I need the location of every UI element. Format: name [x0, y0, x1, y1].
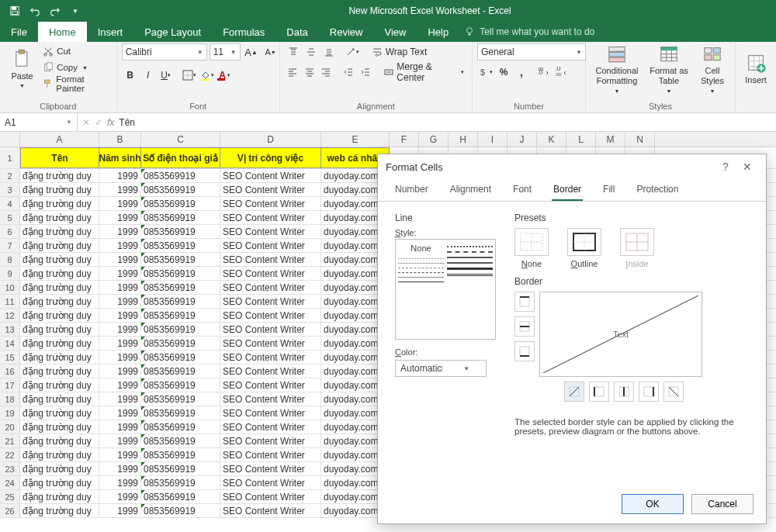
- tab-view[interactable]: View: [373, 22, 417, 42]
- data-cell[interactable]: 1999: [99, 392, 141, 406]
- data-cell[interactable]: đặng trường duy: [20, 295, 99, 308]
- dialog-tab-protection[interactable]: Protection: [635, 179, 680, 201]
- data-cell[interactable]: 1999: [99, 183, 141, 196]
- col-header-C[interactable]: C: [141, 132, 220, 147]
- data-cell[interactable]: SEO Content Writer: [220, 490, 321, 503]
- wrap-text-button[interactable]: Wrap Text: [369, 43, 431, 60]
- data-cell[interactable]: 1999: [99, 378, 141, 392]
- tab-insert[interactable]: Insert: [87, 22, 134, 42]
- data-cell[interactable]: 0853569919: [141, 253, 220, 266]
- data-cell[interactable]: đặng trường duy: [20, 490, 99, 503]
- data-cell[interactable]: 0853569919: [141, 476, 220, 489]
- underline-button[interactable]: U▾: [158, 67, 175, 84]
- preset-outline[interactable]: Outline: [567, 228, 601, 268]
- border-color-combo[interactable]: Automatic▼: [395, 360, 487, 377]
- data-cell[interactable]: SEO Content Writer: [220, 351, 321, 364]
- data-cell[interactable]: đặng trường duy: [20, 281, 99, 294]
- dialog-tab-alignment[interactable]: Alignment: [449, 179, 493, 201]
- data-cell[interactable]: SEO Content Writer: [220, 183, 321, 196]
- data-cell[interactable]: đặng trường duy: [20, 420, 99, 434]
- row-header[interactable]: 1: [0, 147, 20, 168]
- data-cell[interactable]: SEO Content Writer: [220, 281, 321, 294]
- row-header[interactable]: 9: [0, 267, 20, 280]
- data-cell[interactable]: 0853569919: [141, 183, 220, 196]
- data-cell[interactable]: SEO Content Writer: [220, 169, 321, 182]
- data-cell[interactable]: đặng trường duy: [20, 504, 99, 517]
- undo-icon[interactable]: [26, 2, 43, 19]
- row-header[interactable]: 24: [0, 476, 20, 489]
- increase-decimal-icon[interactable]: .0.00: [535, 64, 552, 81]
- ok-button[interactable]: OK: [622, 494, 684, 514]
- redo-icon[interactable]: [47, 2, 64, 19]
- cut-button[interactable]: Cut: [43, 43, 112, 59]
- data-cell[interactable]: 0853569919: [141, 420, 220, 434]
- row-header[interactable]: 7: [0, 239, 20, 252]
- data-cell[interactable]: đặng trường duy: [20, 476, 99, 489]
- data-cell[interactable]: 1999: [99, 420, 141, 434]
- data-cell[interactable]: 0853569919: [141, 462, 220, 475]
- col-header-F[interactable]: F: [390, 132, 419, 147]
- row-header[interactable]: 3: [0, 183, 20, 196]
- border-horizontal-button[interactable]: [514, 316, 535, 337]
- data-cell[interactable]: SEO Content Writer: [220, 253, 321, 266]
- row-header[interactable]: 10: [0, 281, 20, 294]
- border-diag-up-button[interactable]: [564, 382, 584, 402]
- data-cell[interactable]: 0853569919: [141, 351, 220, 364]
- col-header-J[interactable]: J: [508, 132, 537, 147]
- data-cell[interactable]: 0853569919: [141, 169, 220, 182]
- data-cell[interactable]: đặng trường duy: [20, 448, 99, 461]
- dialog-tab-number[interactable]: Number: [393, 179, 430, 201]
- data-cell[interactable]: 1999: [99, 169, 141, 182]
- data-cell[interactable]: đặng trường duy: [20, 434, 99, 447]
- orientation-icon[interactable]: ▾: [344, 43, 361, 60]
- data-cell[interactable]: 0853569919: [141, 378, 220, 392]
- name-box[interactable]: A1▼: [0, 113, 78, 131]
- row-header[interactable]: 11: [0, 295, 20, 308]
- data-cell[interactable]: SEO Content Writer: [220, 434, 321, 447]
- data-cell[interactable]: SEO Content Writer: [220, 225, 321, 238]
- data-cell[interactable]: 1999: [99, 211, 141, 224]
- data-cell[interactable]: 1999: [99, 267, 141, 280]
- data-cell[interactable]: 0853569919: [141, 337, 220, 350]
- align-middle-icon[interactable]: [303, 43, 320, 60]
- fx-icon[interactable]: fx: [107, 117, 114, 128]
- data-cell[interactable]: 1999: [99, 309, 141, 322]
- data-cell[interactable]: SEO Content Writer: [220, 378, 321, 392]
- data-cell[interactable]: 0853569919: [141, 448, 220, 461]
- header-cell[interactable]: Số điện thoại giả: [141, 147, 220, 168]
- data-cell[interactable]: 0853569919: [141, 211, 220, 224]
- data-cell[interactable]: 0853569919: [141, 267, 220, 280]
- percent-format-icon[interactable]: %: [495, 64, 512, 81]
- data-cell[interactable]: SEO Content Writer: [220, 476, 321, 489]
- header-cell[interactable]: Tên: [20, 147, 99, 168]
- data-cell[interactable]: đặng trường duy: [20, 462, 99, 475]
- row-header[interactable]: 16: [0, 364, 20, 378]
- row-header[interactable]: 6: [0, 225, 20, 238]
- tab-page-layout[interactable]: Page Layout: [133, 22, 212, 42]
- data-cell[interactable]: SEO Content Writer: [220, 364, 321, 378]
- row-header[interactable]: 4: [0, 197, 20, 210]
- data-cell[interactable]: 0853569919: [141, 225, 220, 238]
- data-cell[interactable]: 0853569919: [141, 197, 220, 210]
- border-left-button[interactable]: [589, 382, 609, 402]
- col-header-D[interactable]: D: [220, 132, 321, 147]
- increase-indent-icon[interactable]: [357, 64, 373, 81]
- italic-button[interactable]: I: [140, 67, 157, 84]
- col-header-B[interactable]: B: [99, 132, 141, 147]
- data-cell[interactable]: SEO Content Writer: [220, 406, 321, 420]
- format-as-table-button[interactable]: Format as Table▼: [646, 43, 691, 95]
- row-header[interactable]: 17: [0, 378, 20, 392]
- col-header-N[interactable]: N: [625, 132, 655, 147]
- border-top-button[interactable]: [514, 292, 535, 312]
- col-header-G[interactable]: G: [419, 132, 449, 147]
- qat-dropdown-icon[interactable]: ▼: [67, 2, 84, 19]
- border-diag-down-button[interactable]: [663, 382, 684, 402]
- dialog-tab-fill[interactable]: Fill: [601, 179, 616, 201]
- row-header[interactable]: 14: [0, 337, 20, 350]
- help-icon[interactable]: ?: [715, 161, 736, 173]
- data-cell[interactable]: SEO Content Writer: [220, 309, 321, 322]
- tab-help[interactable]: Help: [417, 22, 459, 42]
- insert-cells-button[interactable]: Insert: [740, 43, 771, 95]
- data-cell[interactable]: đặng trường duy: [20, 211, 99, 224]
- data-cell[interactable]: 1999: [99, 225, 141, 238]
